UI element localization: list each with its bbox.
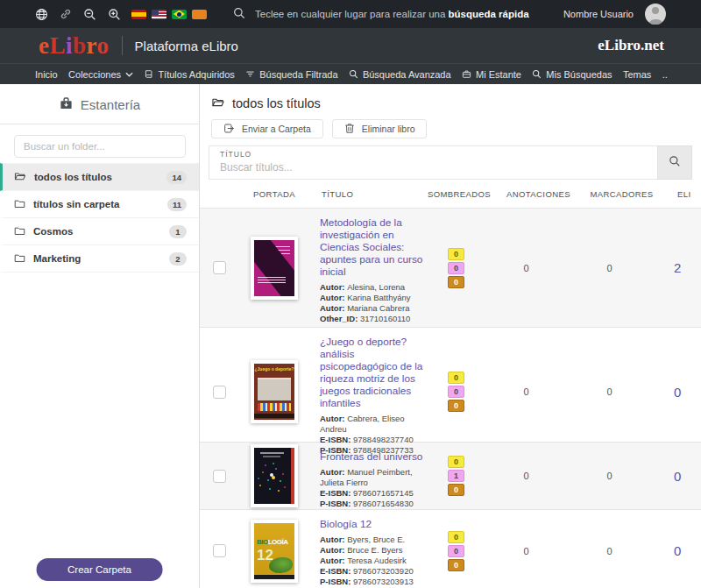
folder-item-marketing[interactable]: Marketing 2	[0, 245, 199, 273]
user-name[interactable]: Nombre Usuario	[563, 9, 634, 19]
folder-label: todos los títulos	[34, 172, 112, 182]
search-icon	[669, 155, 681, 170]
highlight-badges: 0 0 0	[428, 209, 485, 327]
nav-mi-estante[interactable]: Mi Estante	[462, 69, 521, 80]
folder-count-badge: 2	[169, 252, 187, 266]
highlight-count-yellow: 0	[448, 531, 464, 543]
book-cover[interactable]	[251, 237, 298, 300]
utility-icons	[35, 8, 121, 21]
nav-colecciones[interactable]: Colecciones	[68, 69, 133, 80]
nav-titulos-adquiridos[interactable]: Títulos Adquiridos	[144, 69, 234, 80]
flag-brazil-icon[interactable]	[172, 10, 187, 19]
flag-orange-icon[interactable]	[192, 10, 207, 19]
elibro-logo[interactable]: eLibro	[39, 34, 110, 58]
folder-icon	[14, 198, 33, 210]
folder-count-badge: 1	[169, 225, 187, 238]
search-icon	[532, 69, 542, 79]
row-checkbox[interactable]	[213, 470, 226, 483]
link-icon[interactable]	[60, 8, 72, 20]
highlight-count-pink: 0	[448, 386, 464, 398]
title-search-input[interactable]	[220, 160, 647, 174]
highlight-count-pink: 1	[448, 470, 464, 482]
highlight-badges: 0 0 0	[428, 510, 485, 588]
flag-spain-icon[interactable]	[131, 10, 146, 19]
flag-usa-icon[interactable]	[152, 10, 166, 19]
table-header: PORTADA TÍTULO SOMBREADOS ANOTACIONES MA…	[200, 180, 701, 208]
eli-count: 0	[651, 510, 701, 588]
highlight-count-yellow: 0	[448, 456, 464, 468]
create-folder-button[interactable]: Crear Carpeta	[36, 558, 163, 581]
nav-more[interactable]: ..	[662, 69, 668, 80]
title-search-button[interactable]	[657, 145, 692, 180]
folder-label: títulos sin carpeta	[33, 199, 119, 209]
book-meta: AutorManuel Peimbert, Julieta Fierro E-I…	[320, 467, 428, 509]
book-title-link[interactable]: Metodología de la investigación en Cienc…	[320, 216, 428, 278]
eli-count: 0	[651, 443, 701, 509]
cover-art: BIOLOGÍA 12	[254, 523, 294, 579]
title-search-panel: TÍTULO	[209, 145, 692, 180]
folder-label: Marketing	[33, 253, 81, 264]
cover-art	[254, 448, 294, 504]
cover-art	[254, 240, 294, 296]
top-utility-bar: Teclee en cualquier lugar para realizar …	[0, 0, 701, 28]
book-cover[interactable]	[251, 444, 298, 507]
folder-search-input[interactable]	[14, 135, 186, 158]
column-header-sombreados: SOMBREADOS	[428, 189, 485, 199]
bookmarks-count: 0	[568, 328, 651, 456]
book-title-link[interactable]: ¿Juego o deporte? análisis psicopedagógi…	[320, 336, 428, 409]
quick-search-hint: Teclee en cualquier lugar para realizar …	[255, 9, 529, 19]
book-cover[interactable]: ¿Juego o deporte?	[251, 360, 298, 423]
row-checkbox[interactable]	[213, 544, 226, 557]
eli-count: 2	[651, 209, 701, 327]
zoom-in-icon[interactable]	[108, 8, 121, 21]
book-meta: AutorByers, Bruce E. AutorBruce E. Byers…	[320, 535, 428, 587]
folder-item-sin-carpeta[interactable]: títulos sin carpeta 11	[0, 191, 199, 218]
nav-inicio[interactable]: Inicio	[35, 69, 58, 80]
highlight-badges: 0 1 0	[428, 443, 485, 509]
folder-item-todos[interactable]: todos los títulos 14	[0, 163, 199, 191]
filter-icon	[245, 69, 255, 79]
table-row: ¿Juego o deporte? ¿Juego o deporte? anál…	[200, 327, 701, 442]
annotations-count: 0	[485, 510, 568, 588]
brand-header: eLibro Plataforma eLibro eLibro.net	[0, 28, 701, 63]
zoom-out-icon[interactable]	[83, 8, 96, 21]
highlight-badges: 0 0 0	[428, 328, 485, 456]
column-header-titulo: TÍTULO	[309, 189, 428, 199]
folder-label: Cosmos	[33, 226, 73, 237]
nav-temas[interactable]: Temas	[623, 69, 651, 80]
book-title-link[interactable]: Biología 12	[320, 518, 428, 530]
nav-mis-busquedas[interactable]: Mis Búsquedas	[532, 69, 612, 80]
folder-icon	[14, 225, 33, 237]
search-icon	[349, 69, 358, 79]
search-icon[interactable]	[233, 7, 245, 21]
user-avatar[interactable]	[645, 4, 666, 25]
column-header-anotaciones: ANOTACIONES	[497, 189, 580, 199]
row-checkbox[interactable]	[213, 261, 226, 274]
send-to-folder-button[interactable]: Enviar a Carpeta	[211, 119, 323, 138]
folder-open-icon	[14, 171, 34, 183]
column-header-marcadores: MARCADORES	[580, 189, 663, 199]
nav-busqueda-avanzada[interactable]: Búsqueda Avanzada	[349, 69, 451, 80]
table-row: Metodología de la investigación en Cienc…	[200, 208, 701, 327]
book-title-link[interactable]: Fronteras del universo	[320, 450, 428, 463]
globe-icon[interactable]	[35, 8, 48, 21]
nav-busqueda-filtrada[interactable]: Búsqueda Filtrada	[245, 69, 337, 80]
chevron-down-icon	[125, 72, 133, 77]
main-nav: Inicio Colecciones Títulos Adquiridos Bú…	[0, 63, 701, 84]
logo-divider	[122, 36, 123, 55]
title-search-box: TÍTULO	[209, 145, 657, 180]
highlight-count-pink: 0	[448, 262, 464, 274]
book-cover[interactable]: BIOLOGÍA 12	[251, 520, 298, 583]
shelf-sidebar: Estantería todos los títulos 14 títulos …	[0, 84, 200, 588]
shelf-icon	[59, 96, 74, 113]
annotations-count: 0	[485, 328, 568, 456]
delete-book-button[interactable]: Eliminar libro	[332, 119, 428, 138]
table-row: Fronteras del universo AutorManuel Peimb…	[200, 442, 701, 509]
annotations-count: 0	[485, 443, 568, 509]
row-checkbox[interactable]	[213, 386, 226, 399]
folder-item-cosmos[interactable]: Cosmos 1	[0, 218, 199, 245]
folder-list: todos los títulos 14 títulos sin carpeta…	[0, 163, 199, 273]
site-name: eLibro.net	[598, 37, 664, 54]
bulk-actions: Enviar a Carpeta Eliminar libro	[211, 119, 701, 138]
highlight-count-orange: 0	[448, 276, 464, 288]
